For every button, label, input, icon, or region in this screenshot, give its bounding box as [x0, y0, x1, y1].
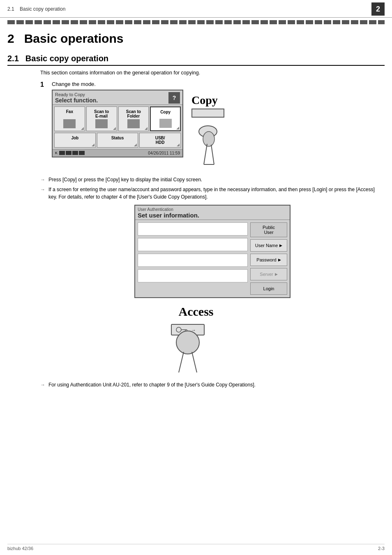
- status-blocks: K: [55, 151, 85, 155]
- screen-status-bar: K 04/26/2011 11:59: [53, 149, 182, 157]
- status-label: Status: [111, 135, 124, 140]
- copy-big-label: Copy: [191, 94, 218, 107]
- chapter-number: 2: [7, 32, 14, 45]
- screen-fax-button[interactable]: Fax: [54, 106, 85, 131]
- screen-bottom-row: Job Status USB/HDD: [53, 133, 182, 149]
- step-label: Change the mode.: [52, 81, 385, 87]
- screen-info: Ready to Copy Select function.: [55, 92, 98, 104]
- svg-line-3: [211, 145, 214, 164]
- corner-triangle: [177, 143, 180, 146]
- screen-help-button[interactable]: ?: [168, 92, 180, 104]
- auth-top-title: Set user information.: [138, 212, 287, 219]
- user-name-label: User Name: [255, 243, 278, 248]
- chapter-title: Basic operations: [24, 32, 124, 45]
- corner-triangle: [176, 127, 179, 130]
- access-big-label: Access: [179, 305, 214, 319]
- screen-ready-text: Ready to Copy: [55, 92, 98, 97]
- corner-triangle: [92, 143, 95, 146]
- section-description: This section contains information on the…: [40, 69, 385, 77]
- screen-mockup: Ready to Copy Select function. ? Fax: [52, 90, 183, 157]
- copy-icon: [159, 119, 172, 128]
- screen-status-button[interactable]: Status: [97, 133, 138, 148]
- auth-screen: User Authentication Set user information…: [134, 205, 291, 298]
- section-title: Basic copy operation: [25, 54, 108, 63]
- scan-folder-label: Scan toFolder: [126, 109, 141, 118]
- chapter-heading: 2Basic operations: [7, 32, 385, 46]
- corner-triangle: [134, 143, 137, 146]
- step-1: 1 Change the mode. Ready to Copy Select …: [40, 81, 385, 173]
- screen-job-button[interactable]: Job: [54, 133, 96, 148]
- auth-input-4[interactable]: [138, 269, 248, 282]
- auth-body: Public User User Name ▶ Password ▶ Serve…: [135, 220, 290, 297]
- bullet-item-2: → If a screen for entering the user name…: [40, 186, 385, 201]
- password-button[interactable]: Password ▶: [250, 254, 287, 266]
- k-label: K: [55, 151, 58, 155]
- footer-bullet-arrow: →: [40, 381, 45, 388]
- server-label: Server: [260, 272, 273, 277]
- screen-scan-folder-button[interactable]: Scan toFolder: [118, 106, 149, 131]
- screen-buttons-row: Fax Scan toE-mail Scan toFolder: [53, 105, 182, 133]
- status-block-1: [59, 151, 65, 155]
- bullet-arrow-1: →: [40, 176, 45, 183]
- footer-product: bizhub 42/36: [7, 546, 33, 551]
- auth-inputs: [138, 222, 248, 295]
- corner-triangle: [113, 127, 116, 130]
- screen-usb-hdd-button[interactable]: USB/HDD: [139, 133, 181, 148]
- auth-input-1[interactable]: [138, 222, 248, 236]
- decorative-stripe: [7, 20, 385, 24]
- page-footer: bizhub 42/36 2-3: [7, 544, 385, 551]
- public-user-button[interactable]: Public User: [250, 222, 287, 237]
- user-name-button[interactable]: User Name ▶: [250, 239, 287, 252]
- step-content: Change the mode. Ready to Copy Select fu…: [52, 81, 385, 173]
- page-content: 2Basic operations 2.1Basic copy operatio…: [0, 27, 392, 398]
- screen-copy-button[interactable]: Copy: [150, 106, 181, 131]
- access-illustration: Access →: [7, 305, 385, 375]
- fax-label: Fax: [66, 109, 73, 114]
- login-button[interactable]: Login: [250, 282, 287, 295]
- fax-icon: [63, 119, 76, 128]
- corner-triangle: [145, 127, 148, 130]
- screen-area: Ready to Copy Select function. ? Fax: [52, 90, 385, 169]
- server-button[interactable]: Server ▶: [250, 268, 287, 280]
- step-number: 1: [40, 81, 52, 173]
- bullet-arrow-2: →: [40, 186, 45, 193]
- screen-title-text: Select function.: [55, 97, 98, 104]
- copy-label: Copy: [160, 109, 171, 114]
- scan-folder-icon: [127, 119, 140, 128]
- section-number: 2.1: [7, 54, 19, 63]
- footer-bullet-text: For using Authentication Unit AU-201, re…: [48, 381, 385, 388]
- screen-scan-email-button[interactable]: Scan toE-mail: [86, 106, 117, 131]
- svg-line-12: [179, 352, 184, 372]
- svg-point-1: [203, 132, 214, 146]
- auth-input-2[interactable]: [138, 238, 248, 251]
- footer-bullet-item: → For using Authentication Unit AU-201, …: [40, 381, 385, 388]
- copy-button-rect: [191, 109, 224, 118]
- scan-email-icon: [95, 119, 108, 128]
- page-header: 2.1 Basic copy operation 2: [0, 0, 392, 18]
- screen-top-bar: Ready to Copy Select function. ?: [53, 90, 182, 105]
- usb-hdd-label: USB/HDD: [155, 135, 165, 145]
- chapter-number-badge: 2: [371, 2, 385, 16]
- auth-input-3[interactable]: [138, 254, 248, 267]
- auth-right-buttons: Public User User Name ▶ Password ▶ Serve…: [250, 222, 287, 295]
- bullet-section: → Press [Copy] or press the [Copy] key t…: [40, 176, 385, 201]
- corner-triangle: [81, 127, 84, 130]
- auth-top-small: User Authentication: [138, 207, 287, 212]
- status-block-3: [72, 151, 78, 155]
- svg-line-13: [192, 352, 197, 372]
- password-label: Password: [256, 257, 276, 262]
- svg-point-11: [176, 331, 199, 354]
- scan-email-label: Scan toE-mail: [94, 109, 109, 118]
- user-name-corner: ▶: [279, 243, 282, 247]
- status-block-4: [79, 151, 85, 155]
- footer-page-number: 2-3: [378, 546, 385, 551]
- bullet-text-1: Press [Copy] or press the [Copy] key to …: [48, 176, 385, 183]
- copy-button-svg: [191, 119, 233, 169]
- server-corner: ▶: [275, 272, 278, 276]
- section-heading: 2.1Basic copy operation: [7, 54, 385, 66]
- access-svg: →: [167, 321, 225, 375]
- copy-button-illustration: Copy: [191, 94, 233, 169]
- password-corner: ▶: [278, 258, 281, 262]
- bullet-text-2: If a screen for entering the user name/a…: [48, 186, 385, 201]
- auth-screen-container: User Authentication Set user information…: [40, 205, 385, 298]
